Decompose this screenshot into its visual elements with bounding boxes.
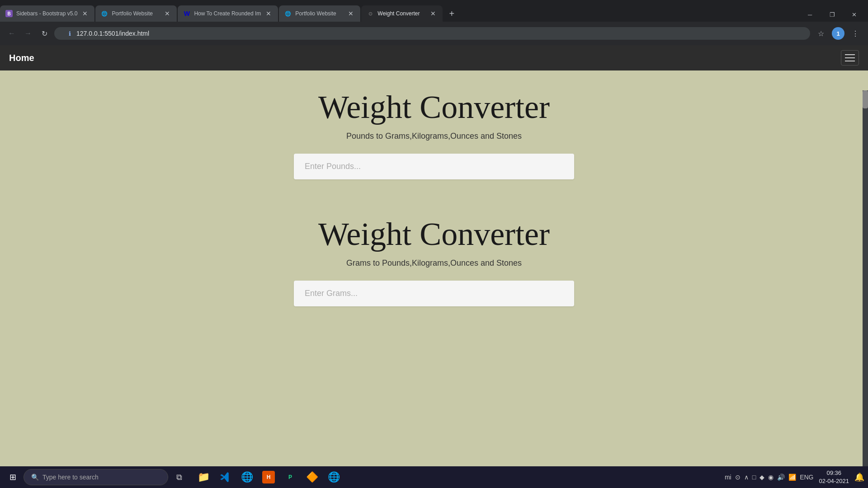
taskbar-app-browser[interactable]: 🌐 [324,467,344,487]
tab-close-rounded[interactable]: ✕ [264,9,273,18]
task-view-button[interactable]: ⧉ [170,468,188,486]
tab-portfolio2[interactable]: 🌐 Portfolio Website ✕ [279,5,360,22]
grams-converter-subtitle: Grams to Pounds,Kilograms,Ounces and Sto… [346,258,522,268]
volume-icon[interactable]: 🔊 [777,474,785,481]
main-area: Weight Converter Pounds to Grams,Kilogra… [0,70,868,466]
pounds-converter-section: Weight Converter Pounds to Grams,Kilogra… [0,89,868,179]
system-icons-group: mi ⊙ ∧ □ ◆ ◉ 🔊 📶 ENG [725,474,814,481]
taskbar-apps: 📁 🌐 H P 🔶 🌐 [193,467,344,487]
tab-close-bootstrap[interactable]: ✕ [81,9,89,18]
new-tab-button[interactable]: + [443,5,460,22]
navbar-brand: Home [9,53,34,63]
bookmark-button[interactable]: ☆ [814,26,828,41]
tab-close-portfolio1[interactable]: ✕ [163,9,171,18]
address-input[interactable]: ℹ 127.0.0.1:5501/index.html [54,27,810,40]
tab-close-weight[interactable]: ✕ [429,9,437,18]
pounds-converter-title: Weight Converter [318,89,550,126]
navbar: Home [0,45,868,70]
grams-input[interactable] [294,281,574,306]
tab-title-weight: Weight Converter [377,10,425,17]
tab-favicon-rounded: W [183,10,190,17]
navbar-toggler[interactable] [841,50,859,66]
tab-favicon-portfolio2: 🌐 [284,10,292,17]
system-clock: 09:36 02-04-2021 [819,469,849,485]
taskbar-icon-2: ◆ [760,474,764,481]
pounds-input[interactable] [294,154,574,179]
tab-close-portfolio2[interactable]: ✕ [347,9,355,18]
tab-title-bootstrap: Sidebars - Bootstrap v5.0 [16,10,77,17]
close-button[interactable]: ✕ [844,7,864,22]
address-url: 127.0.0.1:5501/index.html [76,30,149,37]
tab-bar: B Sidebars - Bootstrap v5.0 ✕ 🌐 Portfoli… [0,0,868,22]
address-bar: ← → ↻ ℹ 127.0.0.1:5501/index.html ☆ 1 ⋮ [0,22,868,45]
browser-window: B Sidebars - Bootstrap v5.0 ✕ 🌐 Portfoli… [0,0,868,488]
forward-button[interactable]: → [22,27,34,40]
taskbar-icon-1: □ [752,474,756,481]
tab-weight-converter[interactable]: ⊙ Weight Converter ✕ [361,5,443,22]
language-label: ENG [800,474,813,481]
menu-button[interactable]: ⋮ [848,26,863,41]
maximize-button[interactable]: ❐ [822,7,842,22]
search-placeholder: Type here to search [42,474,99,481]
reload-button[interactable]: ↻ [38,27,51,40]
taskbar-icon-3: ◉ [768,474,774,481]
taskbar: ⊞ 🔍 Type here to search ⧉ 📁 🌐 H P 🔶 🌐 mi [0,466,868,488]
tab-title-portfolio1: Portfolio Website [112,10,160,17]
network-icon[interactable]: 📶 [788,474,796,481]
taskbar-app-chrome[interactable]: 🌐 [237,467,257,487]
mi-icon: mi [725,474,731,481]
tab-title-rounded: How To Create Rounded Im [194,10,261,17]
taskbar-app-vscode[interactable] [215,467,235,487]
sensitivity-icon: ⊙ [735,474,741,481]
grams-converter-title: Weight Converter [318,216,550,253]
expand-icon[interactable]: ∧ [744,474,749,481]
tab-favicon-portfolio1: 🌐 [101,10,108,17]
taskbar-system: mi ⊙ ∧ □ ◆ ◉ 🔊 📶 ENG 09:36 02-04-2021 🔔 [725,469,864,485]
minimize-button[interactable]: ─ [800,7,820,22]
clock-date: 02-04-2021 [819,477,849,485]
profile-icon[interactable]: 1 [832,27,844,40]
notification-button[interactable]: 🔔 [854,472,864,482]
taskbar-app-explorer[interactable]: 📁 [193,467,213,487]
tab-bootstrap[interactable]: B Sidebars - Bootstrap v5.0 ✕ [0,5,94,22]
window-controls: ─ ❐ ✕ [800,7,868,22]
pounds-converter-subtitle: Pounds to Grams,Kilograms,Ounces and Sto… [346,131,522,141]
taskbar-app-vlc[interactable]: 🔶 [302,467,322,487]
search-icon: 🔍 [31,474,39,481]
start-button[interactable]: ⊞ [4,468,22,486]
tab-favicon-bootstrap: B [5,10,13,17]
toggler-line-3 [845,61,855,61]
taskbar-app-httrack[interactable]: H [259,467,278,487]
taskbar-search-box[interactable]: 🔍 Type here to search [24,469,168,485]
grams-converter-section: Weight Converter Grams to Pounds,Kilogra… [0,216,868,306]
taskbar-app-pycharm[interactable]: P [280,467,300,487]
address-security-icon: ℹ [69,30,71,37]
toggler-line-1 [845,54,855,55]
tab-favicon-weight: ⊙ [367,10,374,17]
page-content: Home Weight Converter Pounds to Grams,Ki… [0,45,868,466]
tab-title-portfolio2: Portfolio Website [295,10,343,17]
scrollbar-track [863,90,868,466]
tab-portfolio1[interactable]: 🌐 Portfolio Website ✕ [95,5,177,22]
back-button[interactable]: ← [5,27,18,40]
scrollbar-thumb[interactable] [863,90,868,108]
toggler-line-2 [845,57,855,58]
clock-time: 09:36 [819,469,849,477]
tab-rounded[interactable]: W How To Create Rounded Im ✕ [178,5,278,22]
